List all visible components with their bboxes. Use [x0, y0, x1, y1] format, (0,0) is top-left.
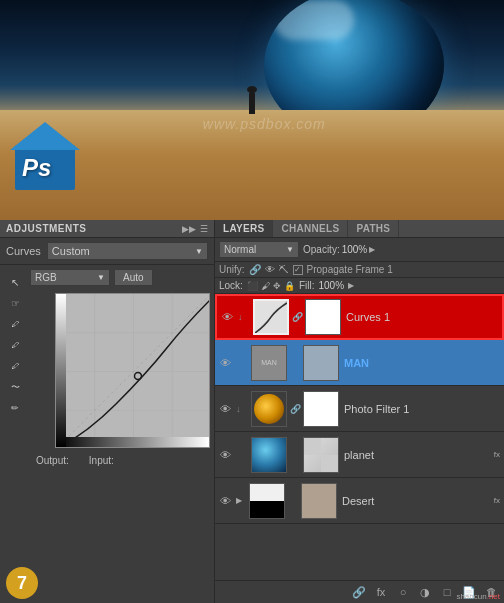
desert-icon	[250, 483, 284, 519]
adjustments-menu-icon[interactable]: ☰	[200, 224, 208, 234]
tool-eyedrop-black[interactable]: 🖊	[6, 315, 24, 333]
add-style-button[interactable]: fx	[372, 583, 390, 601]
curves-input-section: Input:	[89, 455, 114, 466]
layers-tabs: LAYERS CHANNELS PATHS	[215, 220, 504, 238]
adjustments-header-icons: ▶▶ ☰	[182, 224, 208, 234]
layer-link-curves1: 🔗	[292, 312, 302, 322]
layer-fx-planet: fx	[494, 450, 500, 459]
new-group-button[interactable]: □	[438, 583, 456, 601]
tool-pointer[interactable]: ↖	[6, 273, 24, 291]
canvas-watermark: www.psdbox.com	[203, 116, 326, 132]
svg-line-6	[56, 294, 209, 447]
curves-auto-button[interactable]: Auto	[114, 269, 153, 286]
layer-row-planet[interactable]: 👁 planet fx	[215, 432, 504, 478]
output-label: Output:	[36, 455, 69, 466]
layer-thumbnail-photofilter	[251, 391, 287, 427]
layer-indent-curves1: ↓	[238, 312, 250, 322]
lock-icons: ⬛ 🖌 ✥ 🔒	[247, 281, 295, 291]
layer-row-man[interactable]: 👁 MAN MAN	[215, 340, 504, 386]
lock-all-icon[interactable]: 🔒	[284, 281, 295, 291]
unify-icon3[interactable]: ⛏	[279, 264, 289, 275]
layer-name-man: MAN	[342, 357, 502, 369]
tab-paths[interactable]: PATHS	[348, 220, 399, 237]
layer-eye-man[interactable]: 👁	[217, 355, 233, 371]
layer-mask-photofilter	[303, 391, 339, 427]
ps-text: Ps	[22, 154, 51, 182]
curves-preset-dropdown[interactable]: Custom ▼	[47, 242, 208, 260]
lock-move-icon[interactable]: ✥	[273, 281, 281, 291]
adjustments-header: ADJUSTMENTS ▶▶ ☰	[0, 220, 214, 238]
add-adjustment-button[interactable]: ◑	[416, 583, 434, 601]
curves-channel-row: RGB ▼ Auto	[30, 269, 210, 286]
layer-name-planet: planet	[342, 449, 491, 461]
blend-mode-dropdown[interactable]: Normal ▼	[219, 241, 299, 258]
propagate-check[interactable]: ✓	[293, 265, 303, 275]
unify-icon1[interactable]: 🔗	[249, 264, 261, 275]
figure-silhouette	[249, 92, 255, 114]
curves-preset-value: Custom	[52, 245, 90, 257]
blend-mode-row: Normal ▼ Opacity: 100% ▶	[215, 238, 504, 262]
layer-link-photofilter: 🔗	[290, 404, 300, 414]
adjustments-title: ADJUSTMENTS	[6, 223, 87, 234]
curves-output-section: Output:	[36, 455, 69, 466]
adjustments-bottom: 7	[0, 563, 214, 603]
layer-row-photofilter[interactable]: 👁 ↓ 🔗 Photo Filter 1	[215, 386, 504, 432]
ps-logo: Ps	[10, 120, 80, 190]
layer-indent-photofilter: ↓	[236, 404, 248, 414]
fill-arrow[interactable]: ▶	[348, 281, 354, 290]
lock-label: Lock:	[219, 280, 243, 291]
input-label: Input:	[89, 455, 114, 466]
layer-name-curves1: Curves 1	[344, 311, 500, 323]
curves-row: Curves Custom ▼	[0, 238, 214, 265]
layer-name-photofilter: Photo Filter 1	[342, 403, 502, 415]
layer-fx-desert: fx	[494, 496, 500, 505]
lock-transparency-icon[interactable]: ⬛	[247, 281, 258, 291]
tab-layers[interactable]: LAYERS	[215, 220, 273, 237]
curves-dropdown-arrow: ▼	[195, 247, 203, 256]
curves-label: Curves	[6, 245, 41, 257]
link-layers-button[interactable]: 🔗	[350, 583, 368, 601]
layer-row-desert[interactable]: 👁 ▶ Desert fx	[215, 478, 504, 524]
fill-label: Fill:	[299, 280, 315, 291]
fill-value: 100%	[318, 280, 344, 291]
tool-smooth[interactable]: 〜	[6, 378, 24, 396]
channel-dropdown-arrow: ▼	[97, 273, 105, 282]
step-number: 7	[6, 567, 38, 599]
lock-row: Lock: ⬛ 🖌 ✥ 🔒 Fill: 100% ▶	[215, 278, 504, 294]
blend-dropdown-arrow: ▼	[286, 245, 294, 254]
opacity-value: 100%	[342, 244, 368, 255]
curves-tools: ↖ ☞ 🖊 🖊 🖊 〜 ✏	[4, 269, 26, 470]
curves-channel-value: RGB	[35, 272, 57, 283]
layer-thumbnail-desert	[249, 483, 285, 519]
layer-expand-desert[interactable]: ▶	[236, 496, 246, 505]
canvas-preview: www.psdbox.com Ps	[0, 0, 504, 220]
curves-wrapper: ↖ ☞ 🖊 🖊 🖊 〜 ✏ RGB ▼ Auto	[0, 265, 214, 470]
curves-grid-svg	[56, 294, 209, 447]
unify-icon2[interactable]: 👁	[265, 264, 275, 275]
tab-channels[interactable]: CHANNELS	[273, 220, 348, 237]
curves-channel-dropdown[interactable]: RGB ▼	[30, 269, 110, 286]
curves-io-row: Output: Input:	[30, 451, 210, 470]
tool-pencil[interactable]: ✏	[6, 399, 24, 417]
layer-thumbnail-planet	[251, 437, 287, 473]
adjustments-expand-icon[interactable]: ▶▶	[182, 224, 196, 234]
lock-paint-icon[interactable]: 🖌	[261, 281, 270, 291]
layer-mask-curves1	[305, 299, 341, 335]
tool-eyedrop-white[interactable]: 🖊	[6, 357, 24, 375]
layer-eye-photofilter[interactable]: 👁	[217, 401, 233, 417]
opacity-arrow[interactable]: ▶	[369, 245, 375, 254]
add-mask-button[interactable]: ○	[394, 583, 412, 601]
layer-thumbnail-curves1	[253, 299, 289, 335]
opacity-label: Opacity:	[303, 244, 340, 255]
shancun-watermark: shancun.net	[456, 592, 500, 601]
layers-panel: LAYERS CHANNELS PATHS Normal ▼ Opacity: …	[215, 220, 504, 603]
unify-label: Unify:	[219, 264, 245, 275]
opacity-row: Opacity: 100% ▶	[303, 244, 375, 255]
tool-finger[interactable]: ☞	[6, 294, 24, 312]
tool-eyedrop-gray[interactable]: 🖊	[6, 336, 24, 354]
layer-row-curves1[interactable]: 👁 ↓ 🔗 Curves 1	[215, 294, 504, 340]
layer-eye-planet[interactable]: 👁	[217, 447, 233, 463]
layer-eye-curves1[interactable]: 👁	[219, 309, 235, 325]
curves-graph[interactable]	[55, 293, 210, 448]
layer-eye-desert[interactable]: 👁	[217, 493, 233, 509]
